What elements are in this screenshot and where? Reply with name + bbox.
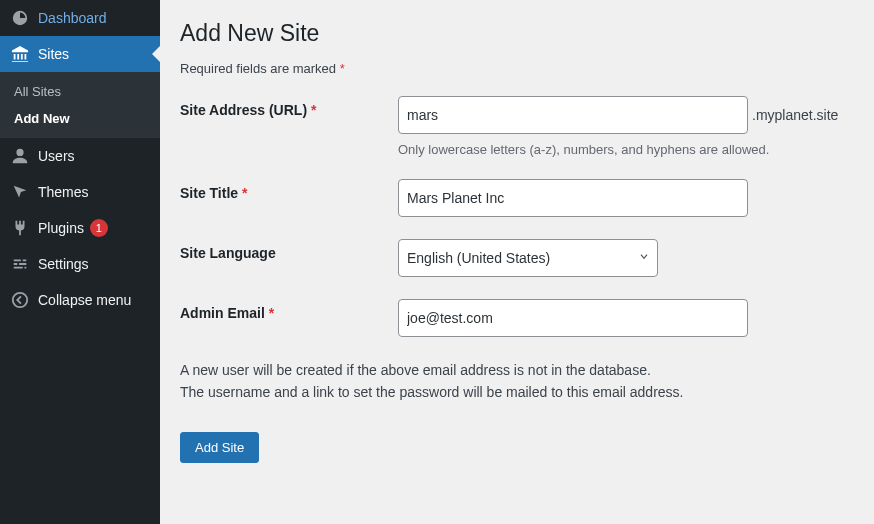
sidebar-item-themes[interactable]: Themes bbox=[0, 174, 160, 210]
settings-icon bbox=[10, 254, 30, 274]
sidebar-item-collapse[interactable]: Collapse menu bbox=[0, 282, 160, 318]
page-title: Add New Site bbox=[180, 20, 854, 47]
label-site-title: Site Title * bbox=[180, 179, 398, 201]
sidebar-item-settings[interactable]: Settings bbox=[0, 246, 160, 282]
add-site-button[interactable]: Add Site bbox=[180, 432, 259, 463]
row-site-language: Site Language English (United States) bbox=[180, 239, 854, 277]
site-language-select[interactable]: English (United States) bbox=[398, 239, 658, 277]
svg-point-0 bbox=[13, 293, 27, 307]
plugins-icon bbox=[10, 218, 30, 238]
site-title-input[interactable] bbox=[398, 179, 748, 217]
required-note: Required fields are marked * bbox=[180, 61, 854, 76]
sidebar-item-dashboard[interactable]: Dashboard bbox=[0, 0, 160, 36]
admin-sidebar: Dashboard Sites All Sites Add New Users … bbox=[0, 0, 160, 524]
row-site-title: Site Title * bbox=[180, 179, 854, 217]
collapse-icon bbox=[10, 290, 30, 310]
sidebar-sites-submenu: All Sites Add New bbox=[0, 72, 160, 138]
sidebar-users-label: Users bbox=[38, 148, 75, 164]
themes-icon bbox=[10, 182, 30, 202]
admin-email-input[interactable] bbox=[398, 299, 748, 337]
required-asterisk: * bbox=[340, 61, 345, 76]
sidebar-dashboard-label: Dashboard bbox=[38, 10, 107, 26]
sidebar-subitem-add-new[interactable]: Add New bbox=[0, 105, 160, 132]
sites-icon bbox=[10, 44, 30, 64]
site-address-hint: Only lowercase letters (a-z), numbers, a… bbox=[398, 142, 854, 157]
sidebar-plugins-label: Plugins bbox=[38, 220, 84, 236]
label-site-language: Site Language bbox=[180, 239, 398, 261]
site-address-input[interactable] bbox=[398, 96, 748, 134]
sidebar-item-plugins[interactable]: Plugins 1 bbox=[0, 210, 160, 246]
sidebar-sites-label: Sites bbox=[38, 46, 69, 62]
plugins-update-badge: 1 bbox=[90, 219, 108, 237]
sidebar-item-users[interactable]: Users bbox=[0, 138, 160, 174]
label-admin-email: Admin Email * bbox=[180, 299, 398, 321]
sidebar-subitem-all-sites[interactable]: All Sites bbox=[0, 78, 160, 105]
dashboard-icon bbox=[10, 8, 30, 28]
users-icon bbox=[10, 146, 30, 166]
main-content: Add New Site Required fields are marked … bbox=[160, 0, 874, 524]
sidebar-collapse-label: Collapse menu bbox=[38, 292, 131, 308]
sidebar-settings-label: Settings bbox=[38, 256, 89, 272]
sidebar-themes-label: Themes bbox=[38, 184, 89, 200]
domain-suffix: .myplanet.site bbox=[752, 107, 838, 123]
sidebar-item-sites[interactable]: Sites bbox=[0, 36, 160, 72]
row-site-address: Site Address (URL) * .myplanet.site Only… bbox=[180, 96, 854, 157]
row-admin-email: Admin Email * bbox=[180, 299, 854, 337]
label-site-address: Site Address (URL) * bbox=[180, 96, 398, 118]
form-description: A new user will be created if the above … bbox=[180, 359, 854, 404]
